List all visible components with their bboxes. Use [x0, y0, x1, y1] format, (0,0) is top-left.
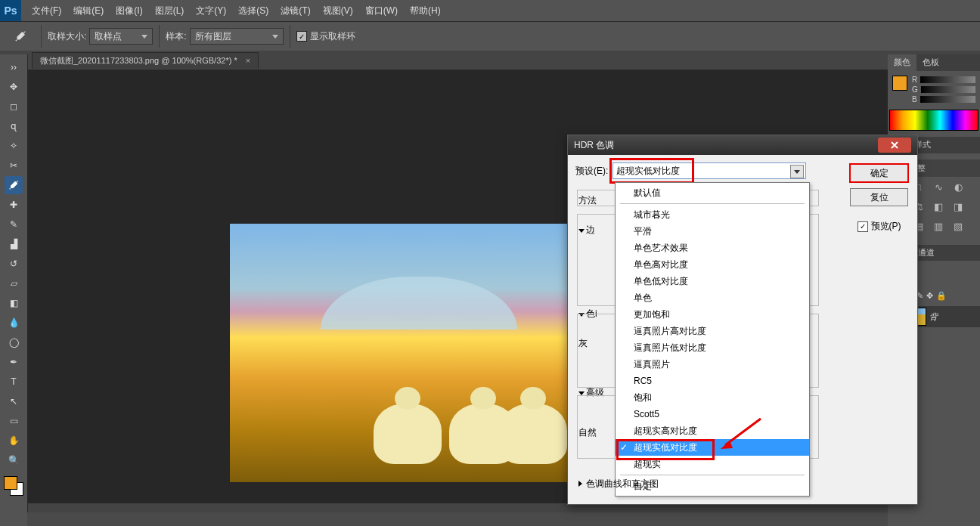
lock-all-icon[interactable]: 🔒 — [936, 291, 947, 301]
fg-color-swatch[interactable] — [892, 76, 907, 91]
option-label: 单色艺术效果 — [634, 242, 688, 255]
preset-option[interactable]: 逼真照片 — [616, 356, 809, 373]
exposure-icon[interactable]: ◐ — [951, 181, 965, 195]
r-slider[interactable] — [920, 76, 975, 83]
lookup-icon[interactable]: ▥ — [932, 221, 945, 234]
preview-checkbox[interactable]: ✓ — [858, 221, 868, 232]
preset-option[interactable]: 单色低对比度 — [616, 273, 809, 289]
status-bar — [27, 512, 888, 526]
zoom-tool[interactable]: 🔍 — [5, 451, 23, 469]
swatch-tab[interactable]: 色板 — [916, 54, 945, 71]
menu-edit[interactable]: 编辑(E) — [67, 5, 110, 17]
option-label: 平滑 — [634, 225, 652, 238]
preset-option[interactable]: 单色艺术效果 — [616, 240, 809, 256]
preset-option[interactable]: ✓超现实低对比度 — [616, 439, 809, 456]
sample-size-combo[interactable]: 取样点 — [89, 28, 153, 45]
chevron-right-icon[interactable] — [578, 481, 582, 487]
menu-window[interactable]: 窗口(W) — [359, 5, 404, 17]
move-tool[interactable]: ✥ — [5, 78, 23, 96]
history-brush-tool[interactable]: ↺ — [5, 255, 23, 273]
b-slider[interactable] — [920, 96, 975, 103]
heal-tool[interactable]: ✚ — [5, 196, 23, 214]
sample-combo[interactable]: 所有图层 — [190, 28, 284, 45]
type-tool[interactable]: T — [5, 373, 23, 391]
menu-type[interactable]: 文字(Y) — [190, 5, 232, 17]
preset-combo[interactable]: 超现实低对比度 — [612, 162, 806, 179]
stamp-tool[interactable]: ▟ — [5, 235, 23, 253]
preset-value: 超现实低对比度 — [616, 165, 680, 178]
menu-select[interactable]: 选择(S) — [232, 5, 274, 17]
menu-file[interactable]: 文件(F) — [26, 5, 67, 17]
pen-tool[interactable]: ✒ — [5, 353, 23, 371]
hand-tool[interactable]: ✋ — [5, 432, 23, 450]
chevron-down-icon[interactable] — [790, 165, 804, 178]
close-button[interactable] — [878, 138, 911, 153]
separator — [290, 25, 290, 48]
menu-layer[interactable]: 图层(L) — [149, 5, 191, 17]
collapse-icon[interactable]: ›› — [5, 58, 23, 76]
g-slider[interactable] — [921, 86, 975, 93]
option-label: Scott5 — [634, 409, 659, 419]
menu-filter[interactable]: 滤镜(T) — [274, 5, 316, 17]
shape-tool[interactable]: ▭ — [5, 412, 23, 430]
gradient-tool[interactable]: ◧ — [5, 294, 23, 312]
document-image — [230, 224, 575, 482]
preset-option[interactable]: 单色 — [616, 289, 809, 306]
close-icon[interactable]: × — [246, 56, 250, 65]
menu-view[interactable]: 视图(V) — [317, 5, 359, 17]
eyedropper-tool-icon — [14, 29, 27, 43]
crop-tool[interactable]: ✂ — [5, 156, 23, 175]
fg-bg-swatch[interactable] — [4, 476, 23, 496]
brush-tool[interactable]: ✎ — [5, 215, 23, 234]
options-bar: 取样大小: 取样点 样本: 所有图层 ✓ 显示取样环 — [0, 21, 980, 51]
color-tab[interactable]: 颜色 — [888, 54, 916, 71]
ps-logo: Ps — [0, 0, 21, 21]
menu-help[interactable]: 帮助(H) — [404, 5, 447, 17]
preset-option[interactable]: RC5 — [616, 373, 809, 389]
bw-icon[interactable]: ◨ — [951, 201, 965, 215]
path-tool[interactable]: ↖ — [5, 392, 23, 410]
preset-option[interactable]: 单色高对比度 — [616, 256, 809, 273]
preset-option[interactable]: 更加饱和 — [616, 306, 809, 323]
preset-option[interactable]: 平滑 — [616, 223, 809, 240]
invert-icon[interactable]: ▧ — [951, 221, 965, 234]
chevron-down-icon — [272, 35, 278, 39]
document-tabs: 微信截图_20201117233803.png @ 100%(RGB/32*) … — [0, 51, 980, 69]
document-tab[interactable]: 微信截图_20201117233803.png @ 100%(RGB/32*) … — [32, 52, 259, 69]
option-label: 单色 — [634, 292, 652, 305]
dialog-titlebar[interactable]: HDR 色调 — [568, 135, 917, 155]
preset-option[interactable]: 饱和 — [616, 389, 809, 406]
lock-move-icon[interactable]: ✥ — [926, 291, 933, 301]
eyedropper-tool[interactable] — [5, 176, 23, 194]
image-sheep — [499, 404, 567, 464]
marquee-tool[interactable]: ◻ — [5, 97, 23, 116]
preset-option[interactable]: Scott5 — [616, 406, 809, 422]
curves-icon[interactable]: ∿ — [932, 181, 945, 195]
ok-button[interactable]: 确定 — [850, 164, 908, 182]
preset-option[interactable]: 逼真照片低对比度 — [616, 339, 809, 356]
preset-option[interactable]: 逼真照片高对比度 — [616, 323, 809, 339]
wand-tool[interactable]: ✧ — [5, 137, 23, 155]
preset-option-default[interactable]: 默认值 — [616, 184, 809, 201]
image-mountain — [321, 277, 517, 330]
eraser-tool[interactable]: ▱ — [5, 274, 23, 292]
preset-option[interactable]: 超现实 — [616, 456, 809, 472]
dialog-title: HDR 色调 — [574, 139, 614, 152]
preset-option[interactable]: 超现实高对比度 — [616, 422, 809, 439]
lasso-tool[interactable]: ɋ — [5, 117, 23, 135]
spectrum-bar[interactable] — [889, 110, 978, 131]
preset-option[interactable]: 城市暮光 — [616, 206, 809, 223]
option-label: 超现实 — [634, 458, 661, 471]
option-label: 超现实高对比度 — [634, 425, 697, 438]
menu-image[interactable]: 图像(I) — [110, 5, 148, 17]
reset-button[interactable]: 复位 — [850, 188, 908, 206]
balance-icon[interactable]: ◧ — [932, 201, 945, 215]
option-label: 饱和 — [634, 391, 652, 404]
show-ring-checkbox[interactable]: ✓ — [296, 31, 307, 42]
sample-size-label: 取样大小: — [48, 30, 86, 43]
separator — [41, 25, 42, 48]
option-label: 更加饱和 — [634, 308, 670, 321]
show-ring-label: 显示取样环 — [310, 30, 355, 43]
dodge-tool[interactable]: ◯ — [5, 333, 23, 351]
blur-tool[interactable]: 💧 — [5, 314, 23, 332]
